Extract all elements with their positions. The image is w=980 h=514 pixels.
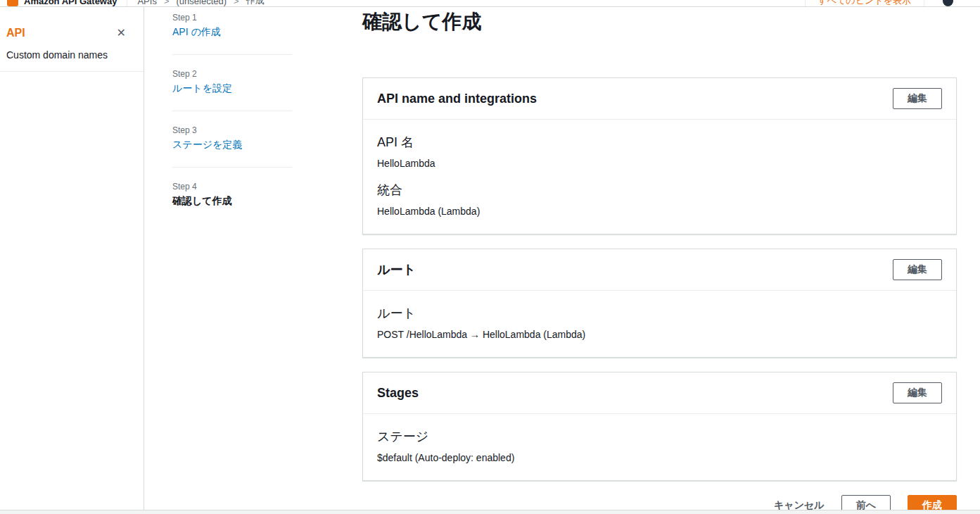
- card-header: ルート 編集: [363, 249, 956, 291]
- top-bar: Amazon API Gateway APIs > (unselected) >…: [0, 0, 980, 7]
- step-current-review-create[interactable]: 確認して作成: [172, 195, 292, 208]
- page-title: 確認して作成: [362, 8, 957, 35]
- step-group-1: Step 1 API の作成: [172, 13, 292, 39]
- api-gateway-console-page: Amazon API Gateway APIs > (unselected) >…: [0, 0, 980, 514]
- steps-nav: Step 1 API の作成 Step 2 ルートを設定 Step 3 ステージ…: [172, 13, 292, 208]
- sidebar-header: API ✕: [0, 7, 144, 39]
- main-content: 確認して作成 API name and integrations 編集 API …: [362, 8, 957, 514]
- card-routes: ルート 編集 ルート POST /HelloLambda → HelloLamb…: [362, 249, 957, 358]
- service-name[interactable]: Amazon API Gateway: [24, 0, 117, 6]
- sidebar-item-custom-domain-names[interactable]: Custom domain names: [0, 39, 144, 61]
- step-link-define-stages[interactable]: ステージを定義: [172, 139, 292, 151]
- breadcrumb-separator: >: [234, 0, 239, 6]
- breadcrumb-item-unselected[interactable]: (unselected): [177, 0, 227, 6]
- field-route: ルート POST /HelloLambda → HelloLambda (Lam…: [377, 305, 942, 340]
- card-title: Stages: [377, 386, 419, 401]
- card-body: API 名 HelloLambda 統合 HelloLambda (Lambda…: [363, 120, 956, 234]
- api-gateway-service-icon: [7, 0, 18, 6]
- field-value: HelloLambda (Lambda): [377, 206, 942, 217]
- show-all-hints-link[interactable]: すべてのヒントを表示: [805, 0, 924, 7]
- field-value: $default (Auto-deploy: enabled): [377, 452, 942, 463]
- bottom-strip: [0, 510, 980, 514]
- field-label: ステージ: [377, 428, 942, 445]
- info-icon[interactable]: [943, 0, 953, 6]
- field-label: API 名: [377, 134, 942, 151]
- card-title: API name and integrations: [377, 92, 537, 106]
- field-value: HelloLambda: [377, 158, 942, 169]
- step-number: Step 1: [172, 13, 292, 23]
- step-link-configure-routes[interactable]: ルートを設定: [172, 82, 292, 95]
- edit-button[interactable]: 編集: [893, 88, 942, 109]
- card-body: ルート POST /HelloLambda → HelloLambda (Lam…: [363, 291, 956, 357]
- card-api-name-and-integrations: API name and integrations 編集 API 名 Hello…: [362, 77, 957, 234]
- field-api-name: API 名 HelloLambda: [377, 134, 942, 169]
- edit-button[interactable]: 編集: [893, 259, 942, 280]
- sidebar: API ✕ Custom domain names: [0, 7, 144, 510]
- topbar-divider: [127, 0, 127, 7]
- card-stages: Stages 編集 ステージ $default (Auto-deploy: en…: [362, 372, 957, 481]
- field-label: ルート: [377, 305, 942, 322]
- step-group-2: Step 2 ルートを設定: [172, 69, 292, 95]
- breadcrumb-item-create[interactable]: 作成: [246, 0, 265, 7]
- field-label: 統合: [377, 182, 942, 199]
- card-header: API name and integrations 編集: [363, 78, 956, 120]
- card-body: ステージ $default (Auto-deploy: enabled): [363, 414, 956, 480]
- sidebar-divider: [0, 71, 144, 72]
- sidebar-title-api[interactable]: API: [6, 27, 25, 39]
- breadcrumb-separator: >: [164, 0, 170, 6]
- step-divider: [172, 167, 292, 168]
- step-group-3: Step 3 ステージを定義: [172, 125, 292, 151]
- step-number: Step 4: [172, 182, 292, 192]
- step-group-4: Step 4 確認して作成: [172, 182, 292, 208]
- step-link-create-api[interactable]: API の作成: [172, 26, 292, 39]
- field-value: POST /HelloLambda → HelloLambda (Lambda): [377, 329, 942, 340]
- step-divider: [172, 111, 292, 111]
- step-divider: [172, 54, 292, 55]
- close-icon[interactable]: ✕: [117, 27, 126, 39]
- card-title: ルート: [377, 261, 416, 278]
- field-integration: 統合 HelloLambda (Lambda): [377, 182, 942, 217]
- card-header: Stages 編集: [363, 372, 956, 414]
- edit-button[interactable]: 編集: [893, 382, 942, 403]
- step-number: Step 3: [172, 125, 292, 135]
- field-stage: ステージ $default (Auto-deploy: enabled): [377, 428, 942, 463]
- step-number: Step 2: [172, 69, 292, 79]
- breadcrumb-item-apis[interactable]: APIs: [137, 0, 156, 6]
